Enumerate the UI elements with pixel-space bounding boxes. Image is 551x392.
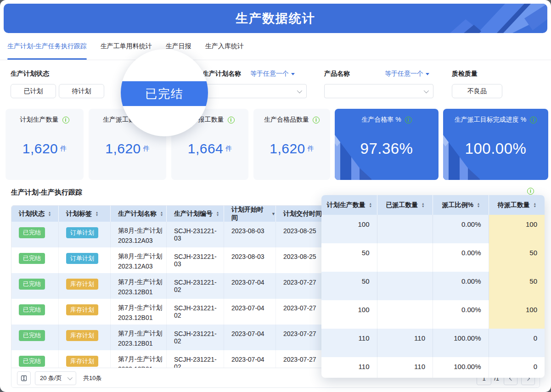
tab-production-plan-tracking[interactable]: 生产计划-生产任务执行跟踪: [7, 33, 87, 60]
banner-crystal-decoration: [437, 4, 547, 33]
column-header-to-dispatch[interactable]: 待派工数量▴▾: [489, 195, 545, 215]
dispatched-qty: [377, 243, 433, 272]
filter-bar: 生产计划状态 已计划 待计划 生产计划名称 等于任意一个 产品名称 等于任意一个…: [0, 60, 551, 109]
chevron-down-icon: [424, 88, 429, 93]
plan-name: 第7月-生产计划: [118, 277, 163, 287]
stat-title: 计划生产数量: [20, 116, 59, 124]
stat-unit: 件: [308, 145, 314, 153]
product-name-select[interactable]: [324, 84, 433, 98]
stat-title: 生产合格品数量: [264, 116, 309, 124]
plan-name: 第8月-生产计划: [118, 251, 163, 261]
dispatch-columns-panel: 计划生产数量▴▾ 已派工数量▴▾ 派工比例%▴▾ 待派工数量▴▾ 100 0.0…: [321, 195, 545, 378]
sort-icon[interactable]: ▴▾: [422, 202, 424, 208]
plan-name: 第7月-生产计划: [118, 302, 163, 313]
chevron-down-icon: [67, 375, 73, 380]
start-date: 2023-08-03: [224, 247, 276, 273]
tag-badge: 订单计划: [66, 253, 98, 264]
plan-status-label: 生产计划状态: [11, 70, 49, 78]
dispatch-ratio: 0.00%: [433, 300, 489, 329]
sort-icon[interactable]: ▴▾: [217, 211, 219, 217]
stat-card-qualified-qty: 生产合格品数量i 1,620件: [253, 109, 330, 180]
product-name-operator[interactable]: 等于任意一个: [385, 70, 429, 78]
tab-production-inbound-stats[interactable]: 生产入库统计: [205, 33, 244, 60]
stat-card-planned-qty: 计划生产数量i 1,620件: [6, 109, 84, 180]
stat-unit: 件: [60, 145, 67, 153]
column-header-plan-qty[interactable]: 计划生产数量▴▾: [321, 195, 377, 215]
tag-badge: 库存计划: [66, 330, 98, 341]
column-header-dispatch-ratio[interactable]: 派工比例%▴▾: [433, 195, 489, 215]
status-option-planned[interactable]: 已计划: [11, 84, 56, 98]
sort-icon[interactable]: ▴▾: [534, 202, 536, 208]
column-header-plan-code[interactable]: 生产计划编号▴▾: [167, 206, 224, 222]
table-info-icon[interactable]: i: [527, 188, 534, 195]
column-header-status[interactable]: 计划状态▴▾: [11, 206, 59, 222]
stat-value: 97.36%: [360, 140, 413, 157]
stat-title: 生产合格率 %: [361, 116, 401, 124]
sort-desc-icon[interactable]: ▼: [271, 212, 276, 216]
production-dashboard: 生产数据统计 生产计划-生产任务执行跟踪 生产工单用料统计 生产日报 生产入库统…: [0, 0, 551, 392]
plan-name: 第8月-生产计划: [118, 225, 163, 235]
info-icon[interactable]: i: [313, 117, 320, 123]
zoom-bubble: 已完结: [121, 49, 208, 136]
status-option-pending[interactable]: 待计划: [59, 84, 104, 98]
page-size-select[interactable]: 20 条/页: [35, 371, 76, 385]
plan-qty: 110: [321, 329, 377, 357]
info-icon[interactable]: i: [62, 117, 69, 123]
panel-row[interactable]: 110 110 100.00% 0: [321, 357, 545, 378]
sort-icon[interactable]: ▴▾: [478, 202, 479, 208]
column-settings-icon: [21, 375, 27, 381]
sort-icon[interactable]: ▴▾: [49, 211, 51, 217]
panel-row[interactable]: 110 110 100.00% 0: [321, 329, 545, 357]
plan-code: SCJH-231221-02: [167, 325, 224, 350]
panel-row[interactable]: 50 0.00% 50: [321, 243, 545, 272]
info-icon[interactable]: i: [228, 117, 235, 123]
stat-unit: 件: [225, 145, 232, 153]
dispatch-ratio: 0.00%: [433, 272, 489, 300]
stat-unit: 件: [143, 145, 150, 153]
panel-row[interactable]: 100 0.00% 100: [321, 300, 545, 329]
dispatched-qty: [377, 272, 433, 300]
stat-value: 100.00%: [465, 140, 527, 157]
to-dispatch-qty: 50: [489, 243, 545, 272]
total-count: 共10条: [83, 374, 101, 382]
status-option-completed-button[interactable]: 已完结: [121, 81, 208, 106]
sort-icon[interactable]: ▴▾: [161, 211, 163, 217]
dispatched-qty: [377, 215, 433, 243]
panel-row[interactable]: 100 0.00% 100: [321, 215, 545, 243]
status-badge: 已完结: [19, 253, 45, 264]
dispatch-ratio: 0.00%: [433, 215, 489, 243]
to-dispatch-qty: 0: [489, 357, 545, 378]
column-header-tag[interactable]: 计划标签▴▾: [59, 206, 111, 222]
panel-row[interactable]: 50 0.00% 50: [321, 272, 545, 300]
info-icon[interactable]: i: [530, 117, 537, 123]
plan-name-label: 生产计划名称: [202, 70, 241, 78]
status-badge: 已完结: [19, 304, 45, 315]
tag-badge: 库存计划: [66, 304, 98, 315]
to-dispatch-qty: 100: [489, 215, 545, 243]
plan-name-select[interactable]: [202, 84, 307, 98]
to-dispatch-qty: 100: [489, 300, 545, 329]
sort-icon[interactable]: ▴▾: [96, 211, 98, 217]
column-header-dispatched[interactable]: 已派工数量▴▾: [377, 195, 433, 215]
stat-card-dispatch-progress: 生产派工目标完成进度 %i 100.00%: [443, 109, 548, 180]
plan-qty: 110: [321, 357, 377, 378]
column-header-plan-name[interactable]: 生产计划名称▴▾: [111, 206, 167, 222]
column-settings-button[interactable]: [17, 371, 31, 385]
plan-code: SCJH-231221-02: [167, 299, 224, 325]
plan-qty: 100: [321, 215, 377, 243]
start-date: 2023-07-04: [224, 350, 276, 368]
sort-icon[interactable]: ▴▾: [370, 202, 371, 208]
page-title: 生产数据统计: [236, 10, 315, 27]
column-header-start-date[interactable]: 计划开始时间▼: [224, 206, 276, 222]
plan-name: 第7月-生产计划: [118, 328, 163, 338]
dispatched-qty: 110: [377, 329, 433, 357]
tag-badge: 库存计划: [66, 279, 98, 290]
dispatched-qty: [377, 300, 433, 329]
status-badge: 已完结: [19, 279, 45, 290]
start-date: 2023-07-04: [224, 299, 276, 325]
info-icon[interactable]: i: [405, 117, 412, 123]
plan-qty: 50: [321, 243, 377, 272]
plan-name-operator[interactable]: 等于任意一个: [250, 70, 295, 78]
plan-qty: 100: [321, 300, 377, 329]
quality-option-defective[interactable]: 不良品: [452, 84, 502, 98]
